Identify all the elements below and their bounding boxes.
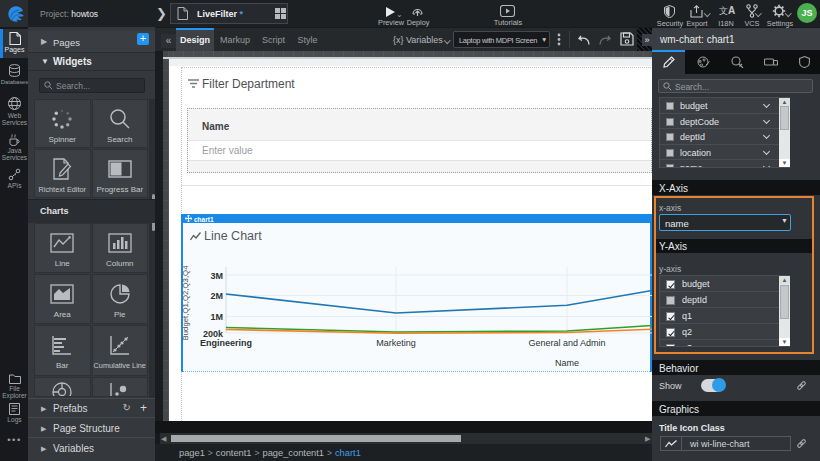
svg-text:Budget,Q1,Q2,Q3,Q4: Budget,Q1,Q2,Q3,Q4 [181, 265, 190, 341]
svg-text:Marketing: Marketing [376, 338, 416, 348]
svg-text:1M: 1M [210, 312, 223, 322]
svg-text:Name: Name [555, 358, 579, 368]
svg-text:200k: 200k [203, 329, 224, 339]
svg-text:Engineering: Engineering [200, 338, 252, 348]
svg-text:3M: 3M [210, 271, 223, 281]
svg-text:General and Admin: General and Admin [528, 338, 605, 348]
svg-text:2M: 2M [210, 291, 223, 301]
